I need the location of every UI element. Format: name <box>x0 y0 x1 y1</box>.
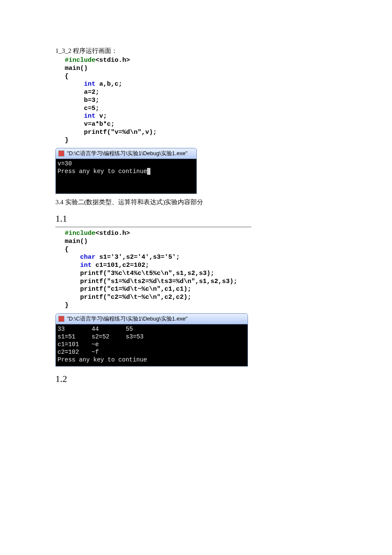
console-row: 334455 <box>58 325 246 333</box>
console-row: s1=51s2=52s3=53 <box>58 333 246 341</box>
code-text: b=3; <box>84 97 99 104</box>
document-page: 1_3_2 程序运行画面： #include<stdio.h> main() {… <box>0 0 328 384</box>
code-block-2: #include<stdio.h> main() { char s1='3',s… <box>65 230 328 310</box>
console-output: v=30 Press any key to continue_ <box>55 159 197 194</box>
keyword-char: char <box>80 254 95 261</box>
console-cell: ~f <box>92 348 126 356</box>
console-cell: c1=101 <box>58 341 92 348</box>
code-text: s1='3',s2='4',s3='5'; <box>95 254 180 261</box>
console-line: v=30 <box>58 160 72 167</box>
code-text: printf( <box>84 129 111 136</box>
titlebar[interactable]: "D:\C语言学习\编程练习\实验1\Debug\实验1.exe" <box>55 313 248 324</box>
caption-1-3-2: 1_3_2 程序运行画面： <box>55 47 328 55</box>
console-row: c2=102~f <box>58 348 246 356</box>
code-text: ,s1,s2,s3); <box>195 278 237 285</box>
console-cell: 55 <box>126 325 160 333</box>
app-icon <box>58 316 64 322</box>
code-text: a=2; <box>84 89 99 96</box>
console-cell: s2=52 <box>92 333 126 341</box>
cursor-icon: _ <box>147 168 150 175</box>
code-text: printf( <box>80 294 107 301</box>
code-text: { <box>65 73 69 80</box>
titlebar[interactable]: "D:\C语言学习\编程练习\实验1\Debug\实验1.exe" <box>55 148 197 159</box>
console-cell: 44 <box>92 325 126 333</box>
window-title: "D:\C语言学习\编程练习\实验1\Debug\实验1.exe" <box>67 315 187 323</box>
code-text: <stdio.h> <box>95 230 130 237</box>
console-window-1: "D:\C语言学习\编程练习\实验1\Debug\实验1.exe" v=30 P… <box>55 148 197 194</box>
console-cell: s1=51 <box>58 333 92 341</box>
code-text: a,b,c; <box>95 81 122 88</box>
code-text: main() <box>65 238 88 245</box>
console-line: Press any key to continue <box>58 168 147 175</box>
code-text: printf( <box>80 270 107 277</box>
console-output: 334455s1=51s2=52s3=53c1=101~ec2=102~fPre… <box>55 324 248 367</box>
window-title: "D:\C语言学习\编程练习\实验1\Debug\实验1.exe" <box>67 150 187 157</box>
keyword-int: int <box>84 81 95 88</box>
code-text: main() <box>65 65 88 72</box>
keyword-int: int <box>84 113 95 120</box>
keyword-include: #include <box>65 57 95 64</box>
code-text: <stdio.h> <box>95 57 130 64</box>
console-cell: s3=53 <box>126 333 160 341</box>
code-text: c=5; <box>84 105 99 112</box>
code-text: printf( <box>80 286 107 293</box>
code-text: ,v); <box>141 129 157 136</box>
code-text: v; <box>95 113 107 120</box>
code-string: "v=%d\n" <box>111 129 141 136</box>
console-row: c1=101~e <box>58 341 246 348</box>
section-1-2: 1.2 <box>55 373 328 384</box>
code-text: } <box>65 137 69 144</box>
code-string: "3%c\t4%c\t5%c\n" <box>107 270 172 277</box>
divider <box>55 227 251 227</box>
code-string: "s1=%d\ts2=%d\ts3=%d\n" <box>107 278 195 285</box>
code-text: { <box>65 246 69 253</box>
console-line: Press any key to continue <box>58 356 147 363</box>
code-string: "c2=%d\t~%c\n" <box>107 294 161 301</box>
code-text: ,s1,s2,s3); <box>172 270 214 277</box>
code-text: ,c1,c1); <box>161 286 191 293</box>
code-text: } <box>65 302 69 309</box>
console-window-2: "D:\C语言学习\编程练习\实验1\Debug\实验1.exe" 334455… <box>55 313 248 367</box>
console-cell: c2=102 <box>58 348 92 356</box>
code-text: printf( <box>80 278 107 285</box>
section-3-4: 3.4 实验二(数据类型、运算符和表达式)实验内容部分 <box>55 198 328 206</box>
code-text: ,c2,c2); <box>161 294 191 301</box>
code-text: c1=101,c2=102; <box>92 262 149 269</box>
code-string: "c1=%d\t~%c\n" <box>107 286 161 293</box>
code-block-1: #include<stdio.h> main() { int a,b,c; a=… <box>65 57 328 145</box>
console-cell: ~e <box>92 341 126 348</box>
console-cell: 33 <box>58 325 92 333</box>
app-icon <box>58 150 64 156</box>
keyword-include: #include <box>65 230 95 237</box>
keyword-int: int <box>80 262 92 269</box>
section-1-1: 1.1 <box>55 213 328 224</box>
code-text: v=a*b*c; <box>84 121 115 128</box>
